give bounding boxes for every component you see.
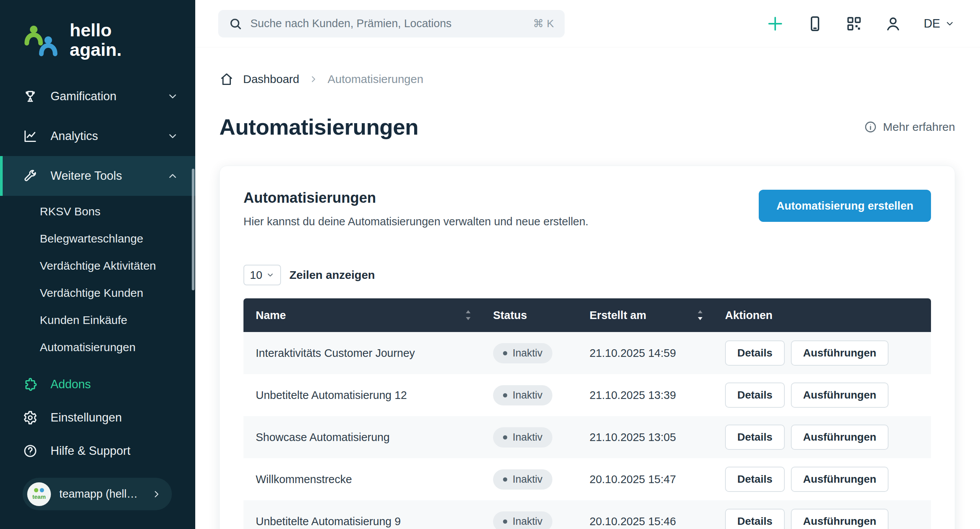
sidebar-item-label: Einstellungen — [51, 411, 122, 425]
breadcrumb: Dashboard Automatisierungen — [219, 72, 955, 86]
sidebar-item-label: Hilfe & Support — [51, 444, 131, 458]
status-dot — [503, 351, 507, 355]
rows-per-page-select[interactable]: 10 — [243, 265, 281, 285]
sidebar: hello again. Gamification Analytics — [0, 0, 195, 529]
sidebar-subitem[interactable]: Verdächtige Kunden — [0, 280, 195, 307]
gear-icon — [23, 410, 38, 425]
automation-name: Interaktivitäts Customer Journey — [243, 347, 481, 360]
card-subtitle: Hier kannst du deine Automatisierungen v… — [243, 215, 588, 228]
user-menu[interactable]: team teamapp (hello a... — [23, 478, 172, 510]
status-badge: Inaktiv — [493, 469, 552, 490]
topbar: ⌘ K DE — [195, 0, 980, 47]
table-row: Interaktivitäts Customer Journey Inaktiv… — [243, 332, 931, 374]
table-body: Interaktivitäts Customer Journey Inaktiv… — [243, 332, 931, 529]
chevron-down-icon — [945, 19, 955, 29]
create-automation-button[interactable]: Automatisierung erstellen — [759, 190, 931, 222]
sidebar-item-hilfe-support[interactable]: Hilfe & Support — [0, 435, 195, 468]
table-row: Willkommenstrecke Inaktiv 20.10.2025 15:… — [243, 458, 931, 500]
details-button[interactable]: Details — [725, 467, 785, 492]
sidebar-item-weitere-tools[interactable]: Weitere Tools — [0, 156, 195, 196]
qr-code-button[interactable] — [846, 15, 862, 32]
executions-button[interactable]: Ausführungen — [791, 425, 889, 450]
sidebar-item-gamification[interactable]: Gamification — [0, 77, 195, 116]
status-dot — [503, 519, 507, 524]
table-row: Unbetitelte Automatisierung 9 Inaktiv 20… — [243, 500, 931, 529]
created-at: 21.10.2025 14:59 — [577, 347, 713, 360]
title-row: Automatisierungen Mehr erfahren — [219, 114, 955, 140]
help-icon — [23, 444, 38, 458]
column-header-name: Name — [243, 309, 481, 322]
status-badge: Inaktiv — [493, 343, 552, 363]
rows-per-page-value: 10 — [250, 269, 262, 282]
main-area: ⌘ K DE — [195, 0, 980, 529]
executions-button[interactable]: Ausführungen — [791, 383, 889, 408]
status-badge: Inaktiv — [493, 385, 552, 405]
addons-icon — [23, 377, 38, 392]
analytics-icon — [23, 129, 38, 143]
created-at: 21.10.2025 13:05 — [577, 431, 713, 444]
column-header-status: Status — [481, 309, 577, 322]
table-header: Name Status Erstellt am — [243, 298, 931, 332]
executions-button[interactable]: Ausführungen — [791, 340, 889, 366]
info-icon — [864, 120, 877, 133]
sidebar-item-addons[interactable]: Addons — [0, 368, 195, 401]
status-label: Inaktiv — [513, 516, 542, 527]
automation-name: Willkommenstrecke — [243, 473, 481, 486]
sidebar-subitem[interactable]: Verdächtige Aktivitäten — [0, 252, 195, 280]
search-icon — [229, 17, 242, 30]
mobile-app-button[interactable] — [807, 15, 823, 32]
sidebar-footer-group: Addons Einstellungen Hilfe & Support — [0, 368, 195, 468]
create-new-button[interactable] — [766, 15, 784, 33]
sidebar-item-label: Analytics — [51, 129, 98, 143]
account-button[interactable] — [885, 15, 902, 32]
user-name: teamapp (hello a... — [59, 488, 143, 500]
sort-icon[interactable] — [695, 309, 705, 321]
executions-button[interactable]: Ausführungen — [791, 509, 889, 529]
sidebar-scrollbar[interactable] — [192, 169, 194, 290]
created-at: 20.10.2025 15:47 — [577, 473, 713, 486]
avatar-label: team — [32, 493, 46, 500]
details-button[interactable]: Details — [725, 509, 785, 529]
learn-more-link[interactable]: Mehr erfahren — [864, 120, 955, 133]
tools-icon — [23, 169, 38, 183]
sidebar-item-analytics[interactable]: Analytics — [0, 116, 195, 156]
sidebar-subitems: RKSV BonsBelegwarteschlangeVerdächtige A… — [0, 196, 195, 363]
status-badge: Inaktiv — [493, 511, 552, 529]
details-button[interactable]: Details — [725, 383, 785, 408]
sort-icon[interactable] — [463, 309, 473, 321]
chevron-right-icon — [309, 74, 318, 84]
executions-button[interactable]: Ausführungen — [791, 467, 889, 492]
table-row: Showcase Automatisierung Inaktiv 21.10.2… — [243, 416, 931, 458]
language-selector[interactable]: DE — [924, 17, 955, 31]
details-button[interactable]: Details — [725, 425, 785, 450]
avatar: team — [27, 482, 51, 506]
automations-card: Automatisierungen Hier kannst du deine A… — [219, 166, 955, 529]
details-button[interactable]: Details — [725, 340, 785, 366]
status-dot — [503, 477, 507, 482]
logo[interactable]: hello again. — [0, 0, 195, 60]
sidebar-subitem[interactable]: Belegwarteschlange — [0, 225, 195, 252]
table-row: Unbetitelte Automatisierung 12 Inaktiv 2… — [243, 374, 931, 416]
status-label: Inaktiv — [513, 431, 542, 443]
created-at: 21.10.2025 13:39 — [577, 389, 713, 402]
status-label: Inaktiv — [513, 347, 542, 359]
home-icon[interactable] — [219, 72, 234, 86]
page-content: Dashboard Automatisierungen Automatisier… — [195, 47, 980, 529]
chevron-down-icon — [167, 130, 178, 142]
search-box[interactable]: ⌘ K — [218, 10, 565, 37]
person-icon — [885, 15, 902, 32]
sidebar-item-einstellungen[interactable]: Einstellungen — [0, 401, 195, 435]
breadcrumb-dashboard[interactable]: Dashboard — [243, 73, 299, 86]
created-at: 20.10.2025 15:46 — [577, 515, 713, 528]
automation-name: Unbetitelte Automatisierung 12 — [243, 389, 481, 402]
search-input[interactable] — [250, 17, 525, 30]
sidebar-nav: Gamification Analytics Weitere Tools RKS… — [0, 77, 195, 468]
chevron-down-icon — [266, 271, 274, 279]
sidebar-subitem[interactable]: Kunden Einkäufe — [0, 307, 195, 334]
sidebar-subitem[interactable]: RKSV Bons — [0, 198, 195, 225]
automation-name: Unbetitelte Automatisierung 9 — [243, 515, 481, 528]
card-header: Automatisierungen Hier kannst du deine A… — [243, 190, 931, 228]
gamification-icon — [23, 89, 38, 104]
sidebar-item-label: Gamification — [51, 90, 116, 103]
sidebar-subitem[interactable]: Automatisierungen — [0, 334, 195, 361]
